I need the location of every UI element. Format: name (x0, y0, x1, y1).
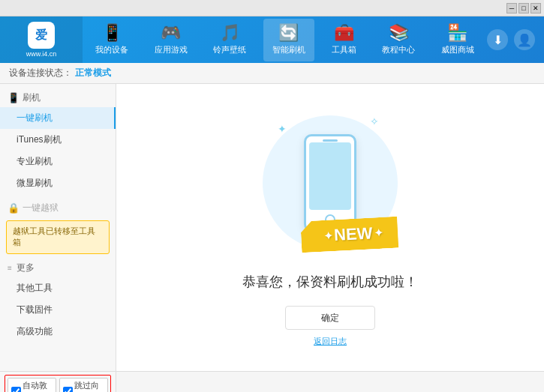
sparkle-2: ✧ (370, 115, 379, 127)
more-section-divider: ≡ (8, 264, 12, 272)
auto-connect-checkbox-label[interactable]: 自动敦连 (8, 378, 56, 392)
right-bottom-panel: 阻止iTunes运行 V7.98.66 客服 微信公众号 检查更新 (116, 372, 544, 392)
back-link[interactable]: 返回日志 (314, 336, 347, 347)
sidebar-flash-section: 📱 刷机 (0, 87, 116, 107)
skip-wizard-checkbox-label[interactable]: 跳过向导 (59, 378, 108, 392)
sidebar-item-itunes-flash[interactable]: iTunes刷机 (0, 129, 116, 151)
nav-tutorial[interactable]: 📚 教程中心 (373, 19, 424, 61)
ringtones-icon: 🎵 (220, 25, 240, 41)
nav-smart-flash-label: 智能刷机 (272, 44, 305, 55)
main-layout: 📱 刷机 一键刷机 iTunes刷机 专业刷机 微显刷机 🔒 一键越狱 越狱工具… (0, 84, 544, 371)
weitui-icon: 🏪 (447, 25, 467, 41)
apps-games-icon: 🎮 (161, 25, 181, 41)
window-controls[interactable]: ─ □ ✕ (506, 3, 541, 13)
flash-section-title: 刷机 (23, 91, 41, 104)
auto-connect-checkbox[interactable] (11, 387, 21, 393)
logo-icon: 爱 (28, 22, 55, 49)
smart-flash-icon: 🔄 (278, 25, 299, 41)
skip-wizard-label: 跳过向导 (74, 380, 104, 392)
success-text: 恭喜您，保资料刷机成功啦！ (242, 273, 418, 291)
sidebar-item-dual-flash[interactable]: 微显刷机 (0, 172, 116, 194)
nav-smart-flash[interactable]: 🔄 智能刷机 (263, 19, 314, 61)
nav-apps-games[interactable]: 🎮 应用游戏 (146, 19, 197, 61)
sidebar-item-one-click-flash[interactable]: 一键刷机 (0, 107, 116, 129)
sidebar-item-advanced[interactable]: 高级功能 (0, 321, 116, 343)
nav-weitui-label: 威图商城 (441, 44, 474, 55)
nav-weitui[interactable]: 🏪 威图商城 (432, 19, 483, 61)
nav-my-device-label: 我的设备 (95, 44, 128, 55)
my-device-icon: 📱 (102, 25, 122, 41)
nav-apps-games-label: 应用游戏 (155, 44, 188, 55)
sidebar-item-other-tools[interactable]: 其他工具 (0, 277, 116, 299)
nav-ringtones-label: 铃声壁纸 (213, 44, 246, 55)
jailbreak-notice: 越狱工具已转移至工具箱 (6, 220, 110, 254)
close-button[interactable]: ✕ (530, 3, 541, 13)
logo-area: 爱 www.i4.cn (0, 16, 83, 63)
nav-my-device[interactable]: 📱 我的设备 (86, 19, 137, 61)
new-banner: ✦ NEW ✦ (301, 219, 398, 250)
user-button[interactable]: 👤 (514, 29, 535, 50)
status-value: 正常模式 (75, 67, 111, 79)
tutorial-icon: 📚 (389, 25, 409, 41)
new-badge-text: NEW (334, 223, 374, 245)
auto-connect-label: 自动敦连 (23, 380, 53, 392)
maximize-button[interactable]: □ (518, 3, 529, 13)
flash-section-icon: 📱 (8, 92, 20, 103)
content-area: ✦ ✧ ✦ ✦ NEW ✦ 恭喜您，保资料刷机成功啦！ 确定 返回日志 (116, 84, 544, 371)
sparkle-1: ✦ (278, 123, 287, 135)
sidebar-jailbreak-section: 🔒 一键越狱 (0, 197, 116, 217)
nav-toolbox[interactable]: 🧰 工具箱 (323, 19, 365, 61)
phone-screen (309, 142, 351, 210)
sidebar: 📱 刷机 一键刷机 iTunes刷机 专业刷机 微显刷机 🔒 一键越狱 越狱工具… (0, 84, 116, 371)
new-ribbon: ✦ NEW ✦ (300, 217, 398, 253)
full-bottom: 自动敦连 跳过向导 📱 iPhone 12 mini 64GB Down-12m… (0, 371, 544, 392)
ribbon-star-right: ✦ (374, 227, 383, 240)
jailbreak-section-icon: 🔒 (8, 202, 20, 214)
nav-right: ⬇ 👤 (487, 29, 544, 50)
nav-toolbox-label: 工具箱 (332, 44, 356, 55)
more-section-title: 更多 (17, 262, 35, 274)
nav-tutorial-label: 教程中心 (382, 44, 415, 55)
title-bar: ─ □ ✕ (0, 0, 544, 16)
toolbox-icon: 🧰 (334, 25, 354, 41)
minimize-button[interactable]: ─ (506, 3, 517, 13)
left-bottom-panel: 自动敦连 跳过向导 📱 iPhone 12 mini 64GB Down-12m… (0, 372, 116, 392)
status-bar: 设备连接状态： 正常模式 (0, 63, 544, 84)
nav-ringtones[interactable]: 🎵 铃声壁纸 (204, 19, 255, 61)
sidebar-more-section: ≡ 更多 (0, 257, 116, 277)
sidebar-item-pro-flash[interactable]: 专业刷机 (0, 151, 116, 172)
status-label: 设备连接状态： (9, 67, 72, 79)
download-button[interactable]: ⬇ (487, 29, 508, 50)
phone-speaker (323, 139, 338, 142)
skip-wizard-checkbox[interactable] (63, 387, 73, 393)
logo-url: www.i4.cn (26, 50, 57, 58)
confirm-button[interactable]: 确定 (285, 306, 375, 330)
header: 爱 www.i4.cn 📱 我的设备 🎮 应用游戏 🎵 铃声壁纸 🔄 智能刷机 … (0, 16, 544, 63)
nav-items: 📱 我的设备 🎮 应用游戏 🎵 铃声壁纸 🔄 智能刷机 🧰 工具箱 📚 教程中心… (83, 16, 487, 63)
phone-illustration: ✦ ✧ ✦ ✦ NEW ✦ (255, 108, 405, 258)
jailbreak-section-title: 一键越狱 (23, 202, 59, 214)
phone-shape (304, 134, 356, 232)
sidebar-item-download-firmware[interactable]: 下载固件 (0, 299, 116, 321)
ribbon-star-left: ✦ (323, 229, 333, 242)
checkbox-row: 自动敦连 跳过向导 (5, 375, 111, 392)
